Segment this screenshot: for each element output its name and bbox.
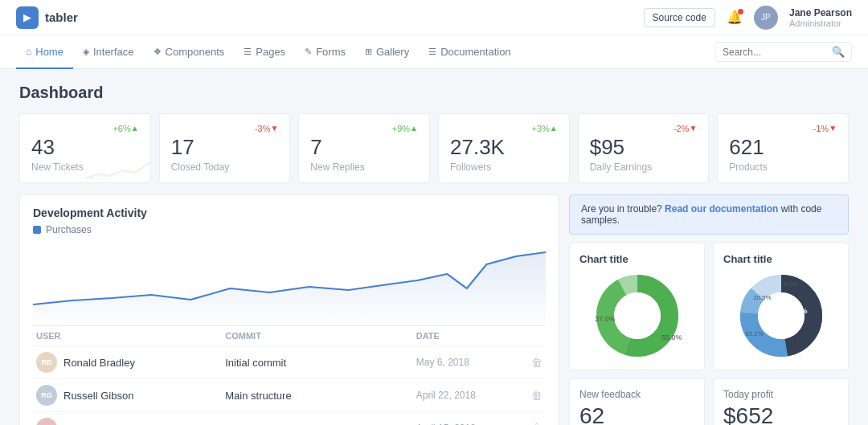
donut-chart-1: 37.0% 55.0% [585,272,690,360]
right-panel: Are you in trouble? Read our documentati… [569,194,849,425]
delete-icon[interactable]: 🗑 [531,389,542,402]
dev-activity-title: Development Activity [33,206,546,219]
user-role: Administrator [789,18,852,28]
notification-dot [738,9,743,14]
main-nav: ⌂ Home ◈ Interface ❖ Components ☰ Pages … [0,35,868,69]
commit-message: Left sidebar adjustments [222,412,413,426]
nav-link-home[interactable]: ⌂ Home [16,35,73,69]
avatar-initials: JP [761,13,771,22]
nav-link-pages[interactable]: ☰ Pages [234,35,295,69]
source-code-button[interactable]: Source code [644,8,715,27]
line-chart [33,240,546,321]
search-box[interactable]: 🔍 [715,42,852,62]
search-icon: 🔍 [832,46,845,58]
delete-icon[interactable]: 🗑 [531,422,542,425]
gallery-icon: ⊞ [365,47,372,57]
legend-label: Purchases [46,224,92,235]
closed-label: Closed Today [171,161,279,173]
earnings-label: Daily Earnings [590,161,698,173]
commit-table: USER COMMIT DATE RB Ronald Bradley Initi… [33,325,546,425]
replies-value: 7 [310,135,418,160]
earnings-value: $95 [590,135,698,160]
alert-link[interactable]: Read our documentation [665,203,778,215]
nav-link-forms[interactable]: ✎ Forms [295,35,355,69]
components-icon: ❖ [154,47,162,57]
interface-icon: ◈ [83,47,89,57]
stat-card-followers: +3% ▲ 27.3K Followers [438,113,570,183]
col-date: DATE [413,326,518,346]
table-row: RG Russell Gibson Main structure April 2… [33,379,546,412]
profit-card: Today profit $652 [713,378,849,425]
products-badge: -1% [813,124,829,133]
donut-chart-2: 47.4% 33.1% 10.5% 9.0% [729,272,833,360]
nav-components-label: Components [166,46,225,58]
col-action [518,326,546,346]
replies-badge-arrow: ▲ [410,124,418,133]
nav-link-interface[interactable]: ◈ Interface [73,35,144,69]
followers-value: 27.3K [450,135,558,160]
svg-text:33.1%: 33.1% [745,330,764,337]
earnings-badge-arrow: ▼ [689,124,697,133]
nav-pages-label: Pages [256,46,285,58]
alert-bar: Are you in trouble? Read our documentati… [569,194,849,235]
profit-label: Today profit [723,389,838,400]
stat-card-replies: +9% ▲ 7 New Replies [298,113,430,183]
nav-link-gallery[interactable]: ⊞ Gallery [355,35,419,69]
commit-user-name: Ronald Bradley [63,357,135,369]
feedback-card: New feedback 62 [569,378,705,425]
user-info: Jane Pearson Administrator [789,7,852,28]
nav-home-label: Home [35,46,63,58]
user-avatar: RG [36,385,57,406]
commit-user-name: Beverly Armstrong [63,423,149,426]
user-name: Jane Pearson [789,7,852,18]
top-header: ▶ tabler Source code 🔔 JP Jane Pearson A… [0,0,868,35]
tickets-badge-arrow: ▲ [131,124,139,133]
avatar[interactable]: JP [754,6,778,30]
stat-card-products: -1% ▼ 621 Products [717,113,849,183]
chart-card-1: Chart title 37.0% 55.0% [569,243,705,370]
profit-value: $652 [723,403,838,425]
header-right: Source code 🔔 JP Jane Pearson Administra… [644,6,852,30]
stat-card-tickets: +6% ▲ 43 New Tickets [19,113,151,183]
tickets-badge: +6% [113,124,130,133]
table-row: BA Beverly Armstrong Left sidebar adjust… [33,412,546,426]
nav-docs-label: Documentation [440,46,510,58]
legend-color-dot [33,226,41,234]
svg-text:47.4%: 47.4% [787,307,808,315]
forms-icon: ✎ [305,47,312,57]
feedback-value: 62 [579,403,694,425]
commit-date: May 6, 2018 [413,346,518,379]
commit-message: Initial commit [222,346,413,379]
chart-card-2: Chart title 47.4% 33.1% 10.5% 9.0% [713,243,849,370]
table-row: RB Ronald Bradley Initial commit May 6, … [33,346,546,379]
logo-icon: ▶ [16,6,39,29]
stat-card-closed: -3% ▼ 17 Closed Today [159,113,291,183]
col-user: USER [33,326,222,346]
products-label: Products [729,161,837,173]
delete-icon[interactable]: 🗑 [531,356,542,369]
search-input[interactable] [723,47,827,58]
commit-user-name: Russell Gibson [63,390,133,402]
nav-link-components[interactable]: ❖ Components [144,35,235,69]
main-content-row: Development Activity Purchases [19,194,849,425]
chart-cards-row: Chart title 37.0% 55.0% C [569,243,849,370]
closed-badge-arrow: ▼ [270,124,278,133]
left-panel: Development Activity Purchases [19,194,559,425]
svg-text:55.0%: 55.0% [661,333,682,341]
commit-date: April 15, 2018 [413,412,518,426]
chart-legend: Purchases [33,224,546,235]
main-nav-links: ⌂ Home ◈ Interface ❖ Components ☰ Pages … [16,35,521,68]
dev-activity-card: Development Activity Purchases [19,194,559,425]
nav-link-docs[interactable]: ☰ Documentation [419,35,520,69]
col-commit: COMMIT [222,326,413,346]
followers-badge: +3% [531,124,549,133]
feedback-label: New feedback [579,389,694,400]
pages-icon: ☰ [244,47,252,57]
feedback-row: New feedback 62 Today profit $652 [569,378,849,425]
notification-bell[interactable]: 🔔 [727,10,743,25]
products-badge-arrow: ▼ [829,124,837,133]
docs-icon: ☰ [428,47,436,57]
brand-name: tabler [45,10,78,24]
svg-marker-0 [33,252,546,321]
user-avatar: BA [36,418,57,425]
